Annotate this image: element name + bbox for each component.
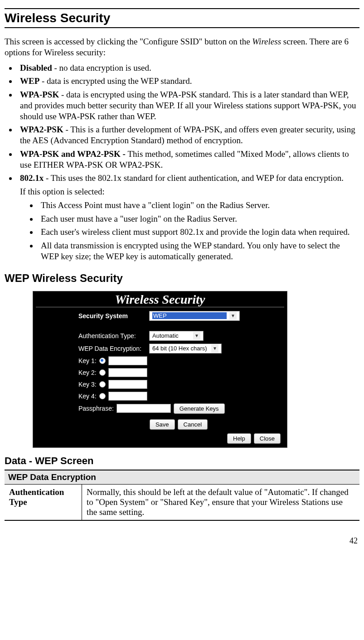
option-text: - data is encrypted using the WEP standa…: [39, 76, 192, 86]
wep-enc-value: 64 bit (10 Hex chars): [152, 345, 209, 352]
passphrase-label: Passphrase:: [78, 405, 114, 412]
table-heading: Data - WEP Screen: [5, 455, 359, 467]
sub-item: Each user's wireless client must support…: [38, 227, 359, 238]
wep-enc-select[interactable]: 64 bit (10 Hex chars) ▼: [149, 344, 222, 354]
security-system-select[interactable]: WEP ▼: [149, 311, 240, 321]
option-bold: 802.1x: [20, 173, 44, 183]
option-mixed: WPA-PSK and WPA2-PSK - This method, some…: [17, 149, 359, 170]
option-bold: WPA-PSK: [20, 90, 59, 99]
option-text: - This is a further development of WPA-P…: [20, 125, 355, 145]
wep-heading: WEP Wireless Security: [5, 272, 359, 285]
wep-data-table: WEP Data Encryption Authentication Type …: [5, 470, 359, 521]
auth-type-select[interactable]: Automatic ▼: [149, 331, 204, 341]
key1-input[interactable]: [108, 356, 147, 365]
wireless-security-screenshot: Wireless Security Security System WEP ▼ …: [33, 291, 287, 448]
option-bold: WPA-PSK and WPA2-PSK -: [20, 149, 128, 159]
close-button[interactable]: Close: [254, 433, 281, 444]
security-system-value: WEP: [152, 312, 227, 319]
intro-paragraph: This screen is accessed by clicking the …: [5, 36, 359, 58]
key2-input[interactable]: [108, 368, 147, 377]
key2-label: Key 2:: [78, 369, 97, 376]
option-disabled: Disabled - no data encryption is used.: [17, 63, 359, 73]
table-row-desc: Normally, this should be left at the def…: [82, 484, 360, 520]
key4-input[interactable]: [108, 392, 147, 401]
option-bold: WEP: [20, 76, 39, 86]
chevron-down-icon: ▼: [193, 332, 200, 340]
auth-type-label: Authentication Type:: [78, 332, 146, 339]
option-text: - This uses the 802.1x standard for clie…: [44, 173, 344, 183]
option-bold: Disabled: [20, 63, 52, 73]
table-group-header: WEP Data Encryption: [5, 470, 359, 485]
page-number: 42: [5, 536, 359, 546]
screenshot-title: Wireless Security: [36, 291, 284, 307]
option-8021x: 802.1x - This uses the 802.1x standard f…: [17, 173, 359, 262]
help-button[interactable]: Help: [227, 433, 251, 444]
save-button[interactable]: Save: [150, 419, 175, 430]
key4-radio[interactable]: [99, 393, 106, 399]
option-text: - data is encrypted using the WPA-PSK st…: [20, 90, 356, 121]
option-bold: WPA2-PSK: [20, 125, 63, 134]
page-title: Wireless Security: [5, 8, 359, 28]
intro-italic: Wireless: [252, 37, 281, 46]
key1-label: Key 1:: [78, 357, 97, 364]
option6-note: If this option is selected:: [20, 186, 359, 197]
chevron-down-icon: ▼: [211, 344, 218, 353]
key2-radio[interactable]: [99, 369, 106, 376]
security-system-label: Security System: [78, 312, 146, 320]
auth-type-value: Automatic: [152, 332, 190, 339]
sub-item: All data transmission is encrypted using…: [38, 240, 359, 262]
option-text: - no data encryption is used.: [52, 63, 151, 73]
option-wpa2-psk: WPA2-PSK - This is a further development…: [17, 124, 359, 146]
chevron-down-icon: ▼: [229, 312, 237, 320]
wep-enc-label: WEP Data Encryption:: [78, 345, 146, 352]
key4-label: Key 4:: [78, 393, 97, 400]
sub-item: Each user must have a "user login" on th…: [38, 213, 359, 224]
option-wpa-psk: WPA-PSK - data is encrypted using the WP…: [17, 89, 359, 121]
option-wep: WEP - data is encrypted using the WEP st…: [17, 76, 359, 87]
key3-input[interactable]: [108, 380, 147, 389]
sub-item: This Access Point must have a "client lo…: [38, 200, 359, 211]
key3-label: Key 3:: [78, 381, 97, 388]
passphrase-input[interactable]: [116, 404, 171, 413]
key3-radio[interactable]: [99, 381, 106, 388]
options-list: Disabled - no data encryption is used. W…: [5, 63, 359, 262]
intro-pre: This screen is accessed by clicking the …: [5, 37, 252, 46]
option6-sublist: This Access Point must have a "client lo…: [20, 200, 359, 262]
generate-keys-button[interactable]: Generate Keys: [174, 403, 225, 414]
table-row-label: Authentication Type: [5, 484, 82, 520]
cancel-button[interactable]: Cancel: [178, 419, 208, 430]
key1-radio[interactable]: [99, 358, 106, 364]
